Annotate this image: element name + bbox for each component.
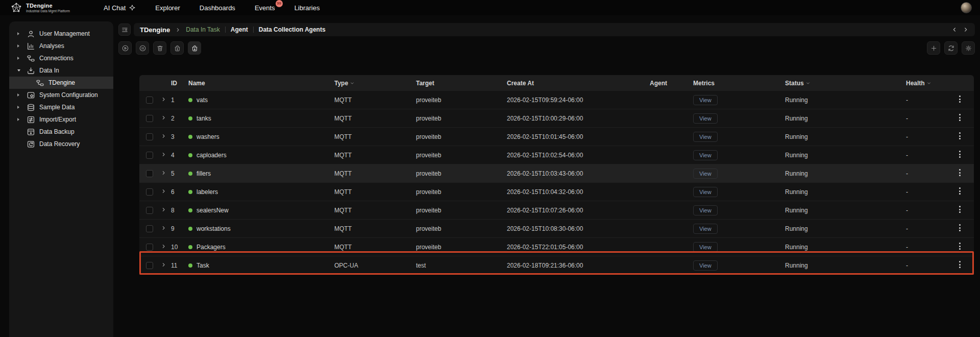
table-row-task[interactable]: 11TaskOPC-UAtest2026-02-18T09:21:36-06:0…	[139, 256, 974, 275]
row-menu-icon[interactable]	[956, 185, 964, 198]
breadcrumb-root[interactable]: TDengine	[140, 26, 170, 34]
view-metrics-button[interactable]: View	[693, 260, 718, 271]
view-metrics-button[interactable]: View	[693, 113, 718, 124]
task-status: Running	[785, 262, 905, 269]
export-tasks-button[interactable]	[170, 41, 184, 55]
task-status: Running	[785, 152, 905, 159]
nav-item-ai-chat[interactable]: AI Chat	[104, 4, 136, 12]
pause-tasks-button[interactable]	[136, 41, 149, 55]
sidebar-item-system-configuration[interactable]: System Configuration	[9, 89, 113, 101]
nav-item-label: Libraries	[295, 4, 320, 12]
table-row-vats[interactable]: 1vatsMQTTproveiteb2026-02-15T09:59:24-06…	[139, 91, 974, 109]
column-header-status[interactable]: Status	[785, 80, 905, 87]
row-menu-icon[interactable]	[956, 166, 964, 179]
sidebar-item-data-in[interactable]: Data In	[9, 64, 113, 77]
view-metrics-button[interactable]: View	[693, 224, 718, 234]
sidebar-item-tdengine[interactable]: TDengine	[9, 77, 113, 89]
row-checkbox[interactable]	[146, 115, 153, 122]
running-status-dot	[188, 208, 192, 212]
collapse-sidebar-button[interactable]	[118, 23, 131, 36]
sidebar-item-import-export[interactable]: Import/Export	[9, 113, 113, 126]
row-menu-icon[interactable]	[956, 258, 964, 271]
table-row-packagers[interactable]: 10PackagersMQTTproveiteb2026-02-15T22:01…	[139, 238, 974, 256]
table-row-labelers[interactable]: 6labelersMQTTproveiteb2026-02-15T10:04:3…	[139, 183, 974, 201]
row-checkbox[interactable]	[146, 225, 153, 232]
row-checkbox[interactable]	[146, 170, 153, 177]
row-checkbox[interactable]	[146, 152, 153, 159]
view-metrics-button[interactable]: View	[693, 132, 718, 142]
row-menu-icon[interactable]	[956, 111, 964, 124]
row-expand-icon[interactable]	[161, 115, 166, 121]
column-header-type[interactable]: Type	[334, 80, 416, 87]
table-row-workstations[interactable]: 9workstationsMQTTproveiteb2026-02-15T10:…	[139, 220, 974, 238]
row-menu-icon[interactable]	[956, 93, 964, 106]
view-metrics-button[interactable]: View	[693, 187, 718, 197]
table-row-caploaders[interactable]: 4caploadersMQTTproveiteb2026-02-15T10:02…	[139, 146, 974, 164]
nav-item-dashboards[interactable]: Dashboards	[200, 4, 235, 12]
nav-item-libraries[interactable]: Libraries	[295, 4, 320, 12]
delete-tasks-button[interactable]	[153, 41, 166, 55]
row-expand-icon[interactable]	[161, 133, 166, 139]
main-content: TDengine Data In Task Agent Data Collect…	[113, 15, 980, 337]
history-forward-icon[interactable]	[963, 27, 969, 33]
table-settings-button[interactable]	[962, 41, 975, 55]
row-expand-icon[interactable]	[161, 97, 166, 102]
task-create-at: 2026-02-15T10:02:54-06:00	[507, 152, 645, 159]
view-metrics-button[interactable]: View	[693, 95, 718, 105]
breadcrumb-section[interactable]: Data In Task	[186, 26, 219, 33]
breadcrumb-item-data-collection-agents[interactable]: Data Collection Agents	[259, 26, 326, 33]
row-menu-icon[interactable]	[956, 148, 964, 161]
row-menu-icon[interactable]	[956, 240, 964, 253]
import-tasks-button[interactable]	[188, 41, 201, 55]
user-avatar[interactable]	[961, 2, 972, 13]
row-menu-icon[interactable]	[956, 130, 964, 142]
task-name: washers	[197, 133, 219, 140]
table-row-tanks[interactable]: 2tanksMQTTproveiteb2026-02-15T10:00:29-0…	[139, 109, 974, 128]
refresh-button[interactable]	[944, 41, 958, 55]
row-menu-icon[interactable]	[956, 222, 964, 234]
row-expand-icon[interactable]	[161, 262, 166, 268]
sidebar-item-sample-data[interactable]: Sample Data	[9, 101, 113, 113]
row-expand-icon[interactable]	[161, 207, 166, 212]
row-checkbox[interactable]	[146, 97, 153, 104]
breadcrumb-item-agent[interactable]: Agent	[231, 26, 248, 33]
row-expand-icon[interactable]	[161, 188, 166, 194]
start-tasks-button[interactable]	[118, 41, 132, 55]
sidebar-item-connections[interactable]: Connections	[9, 52, 113, 64]
add-task-button[interactable]	[927, 41, 940, 55]
row-checkbox[interactable]	[146, 244, 153, 251]
view-metrics-button[interactable]: View	[693, 168, 718, 179]
sidebar-item-analyses[interactable]: Analyses	[9, 40, 113, 52]
column-header-name: Name	[186, 80, 334, 87]
table-row-fillers[interactable]: 5fillersMQTTproveiteb2026-02-15T10:03:43…	[139, 164, 974, 183]
task-type: MQTT	[334, 97, 416, 104]
running-status-dot	[188, 153, 192, 157]
history-back-icon[interactable]	[951, 27, 958, 33]
row-id: 6	[169, 188, 186, 196]
table-row-washers[interactable]: 3washersMQTTproveiteb2026-02-15T10:01:45…	[139, 128, 974, 146]
table-row-sealersnew[interactable]: 8sealersNewMQTTproveiteb2026-02-15T10:07…	[139, 201, 974, 220]
row-expand-icon[interactable]	[161, 244, 166, 249]
view-metrics-button[interactable]: View	[693, 242, 718, 252]
brand-logo[interactable]: TDengine Industrial Data Mgmt Platform	[10, 2, 70, 14]
import-export-icon	[27, 115, 35, 124]
row-expand-icon[interactable]	[161, 152, 166, 157]
sidebar-item-data-backup[interactable]: Data Backup	[9, 126, 113, 138]
row-menu-icon[interactable]	[956, 203, 964, 216]
row-checkbox[interactable]	[146, 133, 153, 140]
row-checkbox[interactable]	[146, 188, 153, 196]
sidebar-item-label: Analyses	[39, 42, 64, 50]
column-header-health[interactable]: Health	[905, 80, 956, 87]
task-health: -	[905, 133, 956, 140]
row-checkbox[interactable]	[146, 262, 153, 269]
view-metrics-button[interactable]: View	[693, 150, 718, 160]
view-metrics-button[interactable]: View	[693, 205, 718, 215]
row-checkbox[interactable]	[146, 207, 153, 214]
task-type: MQTT	[334, 225, 416, 232]
row-expand-icon[interactable]	[161, 170, 166, 176]
nav-item-explorer[interactable]: Explorer	[155, 4, 180, 12]
row-expand-icon[interactable]	[161, 225, 166, 231]
nav-item-events[interactable]: Events99	[255, 4, 275, 12]
sidebar-item-user-management[interactable]: User Management	[9, 28, 113, 40]
sidebar-item-data-recovery[interactable]: Data Recovery	[9, 138, 113, 150]
